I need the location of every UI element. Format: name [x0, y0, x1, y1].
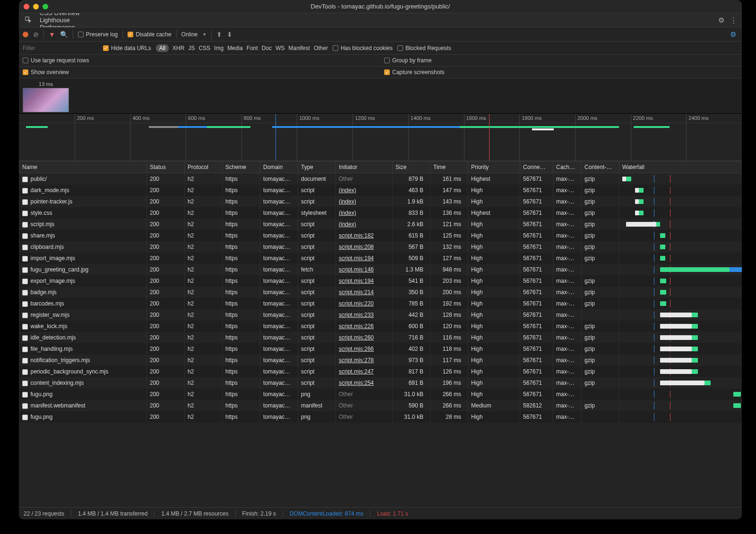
table-row[interactable]: clipboard.mjs200h2httpstomayac…scriptscr… — [19, 241, 742, 253]
filter-type-all[interactable]: All — [156, 44, 169, 52]
download-icon[interactable]: ⬇ — [227, 31, 232, 38]
network-settings-icon[interactable]: ⚙ — [730, 30, 738, 39]
inspect-icon[interactable] — [22, 16, 34, 25]
titlebar[interactable]: DevTools - tomayac.github.io/fugu-greeti… — [19, 0, 742, 13]
table-row[interactable]: fugu.png200h2httpstomayac…pngOther31.0 k… — [19, 411, 742, 423]
table-row[interactable]: idle_detection.mjs200h2httpstomayac…scri… — [19, 332, 742, 343]
table-row[interactable]: register_sw.mjs200h2httpstomayac…scripts… — [19, 309, 742, 321]
file-icon — [22, 290, 28, 296]
col-content-[interactable]: Content-… — [582, 161, 619, 173]
col-domain[interactable]: Domain — [260, 161, 298, 173]
table-row[interactable]: notification_triggers.mjs200h2httpstomay… — [19, 355, 742, 366]
settings-icon[interactable]: ⚙ — [718, 16, 724, 25]
col-cach-[interactable]: Cach… — [553, 161, 582, 173]
table-row[interactable]: content_indexing.mjs200h2httpstomayac…sc… — [19, 377, 742, 389]
show-overview-checkbox[interactable]: ✓Show overview — [23, 69, 69, 76]
tab-lighthouse[interactable]: Lighthouse — [34, 17, 86, 24]
table-row[interactable]: fugu.png200h2httpstomayac…pngOther31.0 k… — [19, 389, 742, 400]
screenshot-thumb[interactable] — [23, 88, 69, 112]
table-row[interactable]: barcodes.mjs200h2httpstomayac…scriptscri… — [19, 298, 742, 309]
col-scheme[interactable]: Scheme — [223, 161, 260, 173]
col-status[interactable]: Status — [147, 161, 185, 173]
table-row[interactable]: manifest.webmanifest200h2httpstomayac…ma… — [19, 400, 742, 411]
waterfall-cell — [619, 275, 742, 287]
more-icon[interactable]: ⋮ — [730, 16, 737, 25]
disable-cache-checkbox[interactable]: ✓Disable cache — [128, 31, 171, 38]
filter-type-manifest[interactable]: Manifest — [289, 45, 310, 51]
record-icon[interactable] — [23, 32, 28, 37]
preserve-log-checkbox[interactable]: Preserve log — [78, 31, 118, 38]
col-protocol[interactable]: Protocol — [185, 161, 223, 173]
chevron-down-icon[interactable]: ▼ — [202, 32, 206, 37]
table-row[interactable]: share.mjs200h2httpstomayac…scriptscript.… — [19, 230, 742, 241]
filter-bar: ✓Hide data URLs AllXHRJSCSSImgMediaFontD… — [19, 42, 742, 55]
filter-type-ws[interactable]: WS — [275, 45, 284, 51]
filter-type-doc[interactable]: Doc — [262, 45, 272, 51]
file-icon — [22, 313, 28, 318]
file-icon — [22, 222, 28, 228]
table-row[interactable]: badge.mjs200h2httpstomayac…scriptscript.… — [19, 287, 742, 298]
col-name[interactable]: Name — [19, 161, 147, 173]
table-row[interactable]: export_image.mjs200h2httpstomayac…script… — [19, 275, 742, 287]
view-options-2: ✓Show overview ✓Capture screenshots — [19, 67, 742, 78]
filter-type-img[interactable]: Img — [214, 45, 223, 51]
table-row[interactable]: import_image.mjs200h2httpstomayac…script… — [19, 253, 742, 264]
status-requests: 22 / 23 requests — [24, 510, 64, 517]
blocked-requests-checkbox[interactable]: Blocked Requests — [397, 45, 451, 51]
col-priority[interactable]: Priority — [468, 161, 520, 173]
minimise-icon[interactable] — [33, 4, 39, 9]
waterfall-cell — [619, 400, 742, 411]
table-row[interactable]: pointer-tracker.js200h2httpstomayac…scri… — [19, 196, 742, 207]
upload-icon[interactable]: ⬆ — [216, 31, 222, 38]
view-options-1: Use large request rows Group by frame — [19, 55, 742, 67]
status-load: Load: 1.71 s — [377, 510, 408, 517]
table-row[interactable]: dark_mode.mjs200h2httpstomayac…script(in… — [19, 185, 742, 196]
table-row[interactable]: fugu_greeting_card.jpg200h2httpstomayac…… — [19, 264, 742, 275]
filter-type-css[interactable]: CSS — [198, 45, 210, 51]
table-row[interactable]: wake_lock.mjs200h2httpstomayac…scriptscr… — [19, 321, 742, 332]
table-row[interactable]: periodic_background_sync.mjs200h2httpsto… — [19, 366, 742, 377]
screenshot-time: 13 ms — [23, 81, 69, 87]
maximise-icon[interactable] — [43, 4, 48, 9]
waterfall-cell — [619, 253, 742, 264]
timeline-tick: 1000 ms — [297, 114, 319, 161]
col-time[interactable]: Time — [430, 161, 468, 173]
file-icon — [22, 347, 28, 352]
file-icon — [22, 392, 28, 398]
group-frame-checkbox[interactable]: Group by frame — [384, 57, 431, 64]
large-rows-checkbox[interactable]: Use large request rows — [23, 57, 89, 64]
timeline-tick: 600 ms — [186, 114, 205, 161]
col-conne-[interactable]: Conne… — [520, 161, 553, 173]
blocked-cookies-checkbox[interactable]: Has blocked cookies — [333, 45, 393, 51]
close-icon[interactable] — [24, 4, 29, 9]
waterfall-cell — [619, 411, 742, 423]
hide-data-urls-checkbox[interactable]: ✓Hide data URLs — [103, 45, 151, 51]
waterfall-cell — [619, 185, 742, 196]
clear-icon[interactable]: ⊘ — [33, 31, 39, 38]
filter-type-font[interactable]: Font — [247, 45, 258, 51]
timeline-overview[interactable]: 200 ms400 ms600 ms800 ms1000 ms1200 ms14… — [19, 114, 742, 161]
capture-screenshots-checkbox[interactable]: ✓Capture screenshots — [384, 69, 445, 76]
search-icon[interactable]: 🔍 — [60, 31, 68, 38]
throttle-select[interactable]: Online — [181, 31, 198, 38]
waterfall-cell — [619, 321, 742, 332]
col-initiator[interactable]: Initiator — [336, 161, 393, 173]
filter-type-js[interactable]: JS — [188, 45, 195, 51]
table-row[interactable]: script.mjs200h2httpstomayac…script(index… — [19, 219, 742, 230]
file-icon — [22, 245, 28, 250]
table-row[interactable]: file_handling.mjs200h2httpstomayac…scrip… — [19, 343, 742, 355]
file-icon — [22, 267, 28, 273]
filter-icon[interactable]: ▼ — [49, 31, 55, 38]
request-table[interactable]: NameStatusProtocolSchemeDomainTypeInitia… — [19, 161, 742, 507]
col-size[interactable]: Size — [393, 161, 430, 173]
filter-input[interactable] — [23, 45, 98, 51]
col-waterfall[interactable]: Waterfall — [619, 161, 742, 173]
filter-type-other[interactable]: Other — [314, 45, 328, 51]
waterfall-cell — [619, 377, 742, 389]
screenshot-strip: 13 ms — [19, 78, 742, 114]
filter-type-xhr[interactable]: XHR — [172, 45, 184, 51]
col-type[interactable]: Type — [298, 161, 336, 173]
filter-type-media[interactable]: Media — [227, 45, 243, 51]
table-row[interactable]: public/200h2httpstomayac…documentOther87… — [19, 173, 742, 185]
table-row[interactable]: style.css200h2httpstomayac…stylesheet(in… — [19, 207, 742, 219]
